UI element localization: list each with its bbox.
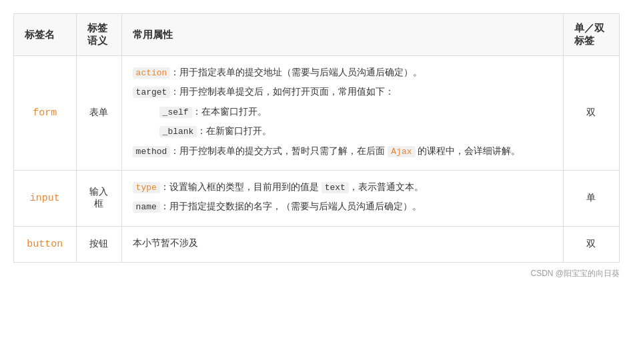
- attr-type: type: [133, 182, 160, 193]
- attrs-button: 本小节暂不涉及: [121, 226, 563, 262]
- button-note: 本小节暂不涉及: [133, 235, 552, 251]
- attr-name: name: [133, 201, 160, 213]
- attr-ajax: Ajax: [388, 146, 415, 157]
- header-common-attrs: 常用属性: [121, 14, 563, 56]
- tag-name-input: input: [14, 170, 77, 226]
- tag-name-form: form: [14, 56, 77, 171]
- attrs-input: type：设置输入框的类型，目前用到的值是 text，表示普通文本。 name：…: [121, 170, 563, 226]
- single-double-form: 双: [563, 56, 619, 171]
- html-tags-table: 标签名 标签语义 常用属性 单／双标签 form 表单 action：用于指定表…: [13, 13, 620, 263]
- tag-meaning-input: 输入框: [76, 170, 121, 226]
- attr-blank: _blank: [159, 126, 197, 137]
- attr-method: method: [133, 146, 171, 157]
- attr-action: action: [133, 67, 171, 79]
- tag-meaning-button: 按钮: [76, 226, 121, 262]
- table-row: form 表单 action：用于指定表单的提交地址（需要与后端人员沟通后确定）…: [14, 56, 620, 171]
- header-tag-name: 标签名: [14, 14, 77, 56]
- single-double-input: 单: [563, 170, 619, 226]
- attrs-form: action：用于指定表单的提交地址（需要与后端人员沟通后确定）。 target…: [121, 56, 563, 171]
- attr-target: target: [133, 87, 171, 98]
- tag-name-button: button: [14, 226, 77, 262]
- watermark: CSDN @阳宝宝的向日葵: [13, 268, 620, 279]
- attr-self: _self: [159, 107, 192, 118]
- header-single-double: 单／双标签: [563, 14, 619, 56]
- header-tag-meaning: 标签语义: [76, 14, 121, 56]
- table-row: button 按钮 本小节暂不涉及 双: [14, 226, 620, 262]
- table-row: input 输入框 type：设置输入框的类型，目前用到的值是 text，表示普…: [14, 170, 620, 226]
- single-double-button: 双: [563, 226, 619, 262]
- attr-type-text: text: [322, 182, 349, 193]
- tag-meaning-form: 表单: [76, 56, 121, 171]
